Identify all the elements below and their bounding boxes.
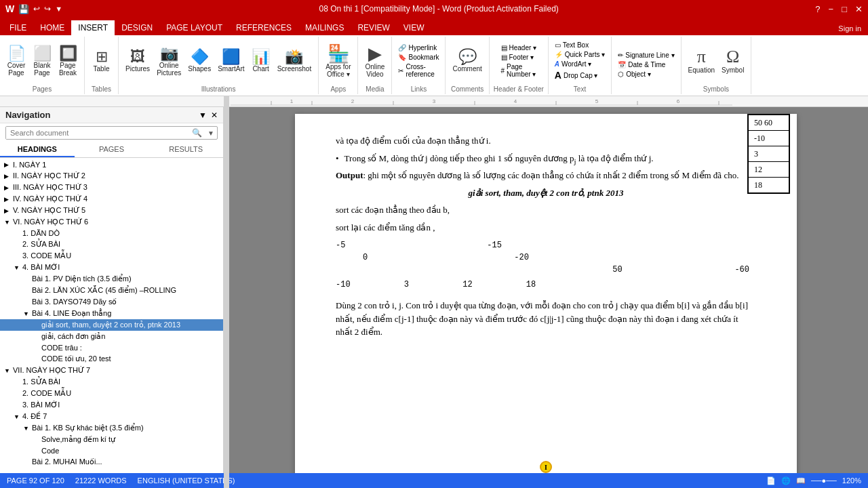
tree-arrow-23[interactable]: ▼: [23, 425, 30, 432]
ribbon-group-illustrations: 🖼 Pictures 📷 OnlinePictures 🔷 Shapes 🟦 S…: [119, 37, 319, 94]
apps-for-office-btn[interactable]: 🏪 Apps forOffice ▾: [323, 43, 353, 79]
tab-file[interactable]: FILE: [3, 20, 33, 35]
tab-design[interactable]: DESIGN: [115, 20, 159, 35]
svg-text:1: 1: [290, 98, 294, 104]
tree-item-11[interactable]: Bài 2. LĂN XÚC XẮC (45 điểm) –ROLLING: [0, 285, 223, 296]
tree-arrow-3[interactable]: ▶: [4, 196, 11, 203]
tab-headings[interactable]: HEADINGS: [0, 142, 75, 157]
tree-item-21[interactable]: 3. BÀI MỚI: [0, 399, 223, 411]
header-btn[interactable]: ▤ Header ▾: [499, 43, 539, 52]
view-print-icon[interactable]: 📄: [766, 476, 776, 485]
nav-close-btn[interactable]: ✕: [211, 110, 218, 120]
quick-undo[interactable]: ↩: [33, 4, 40, 14]
pictures-btn[interactable]: 🖼 Pictures: [123, 48, 153, 74]
tree-item-8[interactable]: 3. CODE MẪU: [0, 250, 223, 262]
tree-item-2[interactable]: ▶III. NGÀY HỌC THỨ 3: [0, 182, 223, 193]
tree-item-25[interactable]: Code: [0, 445, 223, 456]
close-btn[interactable]: ✕: [855, 4, 863, 14]
cross-reference-btn[interactable]: ✂ Cross-reference: [396, 62, 441, 79]
equation-btn[interactable]: π Equation: [686, 47, 717, 75]
table-btn[interactable]: ⊞ Table: [90, 48, 114, 74]
minimize-btn[interactable]: −: [829, 4, 834, 14]
tree-item-1[interactable]: ▶II. NGÀY HỌC THỨ 2: [0, 170, 223, 182]
help-icon[interactable]: ?: [815, 4, 820, 14]
view-web-icon[interactable]: 🌐: [781, 476, 791, 485]
tree-item-5[interactable]: ▼VI. NGÀY HỌC THỨ 6: [0, 216, 223, 228]
tree-arrow-4[interactable]: ▶: [4, 207, 11, 214]
chart-btn[interactable]: 📊 Chart: [249, 48, 273, 74]
ribbon-group-text: ▭ Text Box ⚡ Quick Parts ▾ A WordArt ▾ A…: [549, 37, 612, 94]
tree-item-15[interactable]: giải, cách đơn giản: [0, 331, 223, 342]
drop-cap-btn[interactable]: A Drop Cap ▾: [553, 69, 607, 81]
tree-arrow-2[interactable]: ▶: [4, 184, 11, 191]
tree-item-18[interactable]: ▼VII. NGÀY HỌC THỨ 7: [0, 365, 223, 376]
tree-item-7[interactable]: 2. SỬA BÀI: [0, 239, 223, 250]
tree-arrow-13[interactable]: ▼: [23, 310, 30, 317]
quick-redo[interactable]: ↪: [44, 4, 51, 14]
text-box-btn[interactable]: ▭ Text Box: [553, 41, 607, 49]
signature-line-btn[interactable]: ✏ Signature Line ▾: [616, 51, 676, 60]
tree-item-10[interactable]: Bài 1. PV Diện tích (3.5 điểm): [0, 273, 223, 285]
search-dropdown-icon[interactable]: ▼: [205, 129, 217, 137]
tree-arrow-22[interactable]: ▼: [14, 413, 20, 420]
online-pictures-btn[interactable]: 📷 OnlinePictures: [154, 45, 184, 78]
view-read-icon[interactable]: 📖: [796, 476, 806, 485]
tree-item-17[interactable]: CODE tối ưu, 20 test: [0, 353, 223, 365]
shapes-btn[interactable]: 🔷 Shapes: [185, 48, 214, 74]
tab-page-layout[interactable]: PAGE LAYOUT: [159, 20, 229, 35]
tree-arrow-18[interactable]: ▼: [4, 367, 11, 374]
cover-page-btn[interactable]: 📄 CoverPage: [4, 45, 28, 78]
tree-arrow-0[interactable]: ▶: [4, 161, 11, 168]
tree-item-13[interactable]: ▼Bài 4. LINE Đoạn thẳng: [0, 308, 223, 319]
maximize-btn[interactable]: □: [842, 4, 847, 14]
tree-item-22[interactable]: ▼4. ĐỀ 7: [0, 411, 223, 422]
tab-references[interactable]: REFERENCES: [229, 20, 298, 35]
tree-item-19[interactable]: 1. SỬA BÀI: [0, 376, 223, 388]
search-icon[interactable]: 🔍: [189, 128, 205, 138]
tab-review[interactable]: REVIEW: [351, 20, 396, 35]
tree-item-23[interactable]: ▼Bài 1. KB Sự khác biệt (3.5 điểm): [0, 422, 223, 434]
online-video-btn[interactable]: ▶ OnlineVideo: [363, 43, 388, 79]
tree-arrow-5[interactable]: ▼: [4, 219, 11, 226]
date-time-btn[interactable]: 📅 Date & Time: [616, 60, 676, 69]
comment-btn[interactable]: 💬 Comment: [450, 48, 484, 74]
tree-arrow-9[interactable]: ▼: [14, 264, 20, 271]
symbol-btn[interactable]: Ω Symbol: [719, 47, 747, 75]
tree-item-4[interactable]: ▶V. NGÀY HỌC THỨ 5: [0, 205, 223, 216]
screenshot-btn[interactable]: 📸 Screenshot: [275, 48, 315, 74]
wordart-btn[interactable]: A WordArt ▾: [553, 60, 607, 68]
tab-results[interactable]: RESULTS: [149, 142, 223, 157]
signin-label[interactable]: Sign in: [831, 22, 868, 35]
tree-item-9[interactable]: ▼4. BÀI MỚI: [0, 262, 223, 273]
tree-item-20[interactable]: 2. CODE MẪU: [0, 388, 223, 399]
page-number-btn[interactable]: # PageNumber ▾: [499, 62, 539, 79]
nav-options-btn[interactable]: ▼: [199, 110, 207, 120]
footer-btn[interactable]: ▤ Footer ▾: [499, 53, 539, 62]
tree-item-0[interactable]: ▶I. NGÀY 1: [0, 159, 223, 170]
tree-item-12[interactable]: Bài 3. DAYSO749 Dãy số: [0, 296, 223, 308]
quick-save[interactable]: 💾: [18, 4, 29, 14]
tree-arrow-1[interactable]: ▶: [4, 173, 11, 180]
tree-item-16[interactable]: CODE trâu :: [0, 342, 223, 353]
blank-page-btn[interactable]: ⬜ BlankPage: [30, 45, 54, 78]
page-break-btn[interactable]: 🔲 PageBreak: [56, 45, 80, 78]
document-area[interactable]: 50 60 -10 3 12 18 và tọa độ điểm cuối củ…: [224, 107, 868, 473]
tree-item-14[interactable]: giải sort, tham, duyệt 2 con trỏ, ptnk 2…: [0, 319, 223, 331]
smartart-btn[interactable]: 🟦 SmartArt: [215, 48, 247, 74]
zoom-slider[interactable]: ──●──: [811, 476, 837, 485]
tree-item-6[interactable]: 1. DÃN DÒ: [0, 228, 223, 239]
tree-item-26[interactable]: Bài 2. MUHAI Muối...: [0, 456, 223, 468]
tree-item-3[interactable]: ▶IV. NGÀY HỌC THỨ 4: [0, 193, 223, 205]
tab-pages[interactable]: PAGES: [75, 142, 149, 157]
quick-parts-btn[interactable]: ⚡ Quick Parts ▾: [553, 50, 607, 59]
hyperlink-btn[interactable]: 🔗 Hyperlink: [396, 43, 441, 52]
quick-extra[interactable]: ▼: [55, 5, 62, 13]
bookmark-btn[interactable]: 🔖 Bookmark: [396, 53, 441, 62]
tab-view[interactable]: VIEW: [397, 20, 431, 35]
tab-home[interactable]: HOME: [33, 20, 71, 35]
search-input[interactable]: [6, 127, 189, 139]
tree-item-24[interactable]: Solve,mảng đếm kí tự: [0, 434, 223, 445]
tab-mailings[interactable]: MAILINGS: [298, 20, 351, 35]
tab-insert[interactable]: INSERT: [71, 20, 115, 35]
object-btn[interactable]: ⬡ Object ▾: [616, 70, 676, 79]
